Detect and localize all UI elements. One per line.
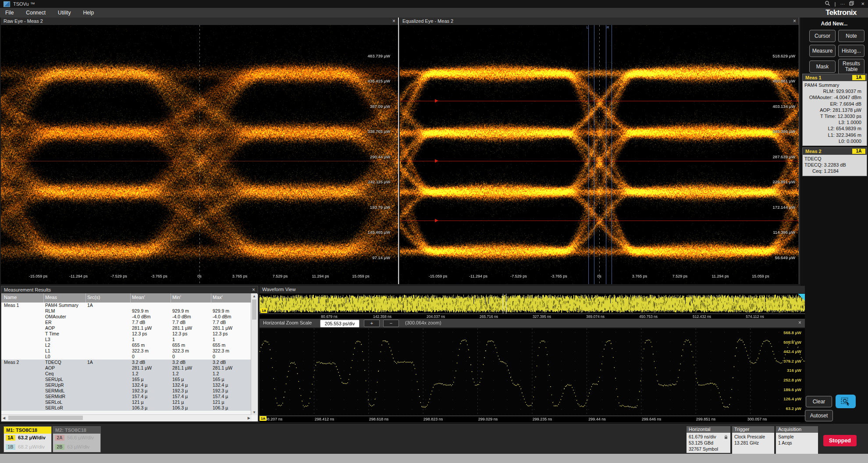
table-row[interactable]: SERUpL165 µ165 µ165 µ bbox=[1, 377, 252, 382]
axis-tick-label: 80.679 ns bbox=[321, 314, 337, 319]
table-row[interactable]: Ceq1.21.21.2 bbox=[1, 371, 252, 377]
column-header-min[interactable]: Min' bbox=[172, 295, 181, 300]
channel-row[interactable]: 2A56.6 µW/div bbox=[53, 434, 100, 443]
add-histogram-button[interactable]: Histog... bbox=[838, 45, 864, 57]
column-header-srcs[interactable]: Src(s) bbox=[87, 295, 100, 300]
table-row[interactable]: SERMidL192.3 µ192.3 µ192.3 µ bbox=[1, 388, 252, 394]
zoom-in-button[interactable]: + bbox=[364, 320, 380, 327]
axis-tick-label: 379.2 µW bbox=[783, 359, 801, 363]
add-mask-button[interactable]: Mask bbox=[809, 61, 836, 73]
table-cell-max: 281.1 µW bbox=[213, 365, 232, 371]
zoom-viewport-marker[interactable] bbox=[503, 294, 506, 313]
table-row[interactable]: T Time12.3 ps12.3 ps12.3 ps bbox=[1, 331, 252, 337]
table-cell-mean: 1.2 bbox=[132, 371, 139, 377]
table-row[interactable]: Meas 2TDECQ1A3.2 dB3.2 dB3.2 dB bbox=[1, 360, 252, 365]
module2-card[interactable]: M2: TSO8C18 2A56.6 µW/div2B63 µW/div bbox=[53, 426, 101, 452]
app-root: TSOVu ™ | ··· × File Connect Utility Hel… bbox=[0, 0, 868, 463]
menu-utility[interactable]: Utility bbox=[58, 10, 71, 16]
zoom-view-close-button[interactable]: × bbox=[798, 320, 801, 326]
table-row[interactable]: SERLoR106.3 µ106.3 µ106.3 µ bbox=[1, 405, 252, 411]
scroll-down-icon[interactable]: ▼ bbox=[253, 410, 256, 414]
add-measure-button[interactable]: Measure bbox=[809, 45, 836, 57]
meas2-badge-panel[interactable]: Meas 2 1A TDECQTDECQ: 3.2283 dBCeq: 1.21… bbox=[802, 147, 867, 176]
module1-card[interactable]: M1: TSO8C18 1A63.2 µW/div1B68.2 µW/div bbox=[4, 426, 52, 452]
module1-title[interactable]: M1: TSO8C18 bbox=[4, 427, 51, 434]
column-header-name[interactable]: Name bbox=[4, 295, 17, 300]
table-row[interactable]: SERLoL121 µ121 µ121 µ bbox=[1, 399, 252, 405]
table-row[interactable]: ER7.7 dB7.7 dB7.7 dB bbox=[1, 320, 252, 325]
axis-tick-label: 189.6 µW bbox=[783, 387, 801, 392]
channel-row[interactable]: 2B63 µW/div bbox=[53, 443, 100, 452]
raw-eye-close-button[interactable]: × bbox=[392, 18, 395, 24]
table-cell-max: 106.3 µ bbox=[213, 405, 228, 411]
table-cell-meas: L0 bbox=[45, 354, 50, 360]
table-row[interactable]: Meas 1PAM4 Summary1A bbox=[1, 303, 252, 308]
channel-row[interactable]: 1B68.2 µW/div bbox=[4, 443, 51, 452]
zoom-magnifier-icon[interactable] bbox=[825, 0, 830, 8]
table-row[interactable]: L1322.3 m322.3 m322.3 m bbox=[1, 348, 252, 354]
module2-title[interactable]: M2: TSO8C18 bbox=[53, 427, 100, 434]
meas-result-line: RLM: 929.9037 m bbox=[803, 88, 867, 94]
table-cell-min: -4.0 dBm bbox=[172, 314, 191, 320]
menu-file[interactable]: File bbox=[5, 10, 14, 16]
axis-tick-label: 265.716 ns bbox=[480, 314, 498, 319]
zoom-out-button[interactable]: − bbox=[383, 320, 399, 327]
add-results-table-button[interactable]: Results Table bbox=[838, 59, 864, 75]
equalized-eye-close-button[interactable]: × bbox=[793, 18, 796, 24]
table-row[interactable]: AOP281.1 µW281.1 µW281.1 µW bbox=[1, 365, 252, 371]
menu-help[interactable]: Help bbox=[83, 10, 94, 16]
zoom-select-tool-button[interactable] bbox=[836, 395, 856, 408]
meas2-source-badge: 1A bbox=[852, 149, 865, 154]
column-header-mean[interactable]: Mean' bbox=[132, 295, 145, 300]
column-header-max[interactable]: Max' bbox=[213, 295, 223, 300]
waveform-overview-canvas[interactable] bbox=[260, 294, 805, 313]
trigger-settings-card[interactable]: Trigger Clock Prescale13.281 GHz bbox=[732, 426, 774, 453]
results-horizontal-scrollbar[interactable]: ◀ ▶ bbox=[1, 414, 252, 421]
channel-row[interactable]: 1A63.2 µW/div bbox=[4, 434, 51, 443]
table-cell-min: 7.7 dB bbox=[172, 320, 185, 325]
table-row[interactable]: OMAouter-4.0 dBm-4.0 dBm-4.0 dBm bbox=[1, 314, 252, 320]
scroll-left-icon[interactable]: ◀ bbox=[3, 416, 5, 420]
close-window-button[interactable]: × bbox=[861, 0, 864, 7]
zoom-waveform-canvas[interactable] bbox=[260, 328, 805, 416]
results-vertical-scrollbar[interactable]: ▲ ▼ bbox=[251, 293, 257, 415]
vscroll-thumb[interactable] bbox=[252, 299, 256, 320]
column-header-meas[interactable]: Meas bbox=[45, 295, 57, 300]
axis-tick-label: 316 µW bbox=[787, 368, 801, 373]
meas-result-line: L1: 322.3496 m bbox=[803, 132, 867, 138]
table-cell-min: 929.9 m bbox=[172, 308, 189, 314]
table-row[interactable]: AOP281.1 µW281.1 µW281.1 µW bbox=[1, 325, 252, 331]
run-state-button[interactable]: Stopped bbox=[823, 435, 857, 446]
axis-tick-label: 299.44 ns bbox=[588, 417, 606, 421]
table-row[interactable]: SERUpR132.4 µ132.4 µ132.4 µ bbox=[1, 382, 252, 388]
autoset-button[interactable]: Autoset bbox=[805, 410, 833, 421]
add-cursor-button[interactable]: Cursor bbox=[809, 30, 836, 42]
clear-button[interactable]: Clear bbox=[806, 396, 832, 407]
measurement-results-close-button[interactable]: × bbox=[252, 287, 255, 293]
zoom-scale-input[interactable] bbox=[320, 320, 359, 328]
table-row[interactable]: L0000 bbox=[1, 354, 252, 360]
meas1-badge-panel[interactable]: Meas 1 1A PAM4 SummaryRLM: 929.9037 mOMA… bbox=[802, 74, 867, 146]
axis-tick-label: 389.074 ns bbox=[586, 314, 605, 319]
table-row[interactable]: L3111 bbox=[1, 337, 252, 342]
hscroll-thumb[interactable] bbox=[8, 416, 83, 420]
results-column-header: NameMeasSrc(s)Mean'Min'Max' bbox=[1, 293, 252, 303]
table-row[interactable]: SERMidR157.4 µ157.4 µ157.4 µ bbox=[1, 394, 252, 399]
table-cell-mean: 192.3 µ bbox=[132, 388, 147, 394]
results-table-body[interactable]: Meas 1PAM4 Summary1ARLM929.9 m929.9 m929… bbox=[1, 303, 252, 411]
scroll-up-icon[interactable]: ▲ bbox=[253, 294, 256, 298]
axis-tick-label: 142.358 ns bbox=[373, 314, 391, 319]
table-row[interactable]: L2655 m655 m655 m bbox=[1, 342, 252, 348]
table-row[interactable]: RLM929.9 m929.9 m929.9 m bbox=[1, 308, 252, 314]
horizontal-settings-card[interactable]: Horizontal 61.679 ns/div53.125 GBd32767 … bbox=[687, 426, 730, 453]
acquisition-settings-card[interactable]: Acquisition Sample1 Acqs bbox=[776, 426, 818, 453]
restore-window-icon[interactable] bbox=[849, 0, 854, 7]
info-line: 1 Acqs bbox=[778, 440, 818, 446]
scroll-right-icon[interactable]: ▶ bbox=[248, 416, 250, 420]
table-cell-mean: 165 µ bbox=[132, 377, 144, 382]
raw-eye-canvas[interactable] bbox=[1, 25, 398, 284]
more-options-button[interactable]: ··· bbox=[840, 0, 845, 7]
add-note-button[interactable]: Note bbox=[838, 30, 864, 42]
menu-connect[interactable]: Connect bbox=[26, 10, 46, 16]
equalized-eye-canvas[interactable] bbox=[400, 25, 799, 284]
